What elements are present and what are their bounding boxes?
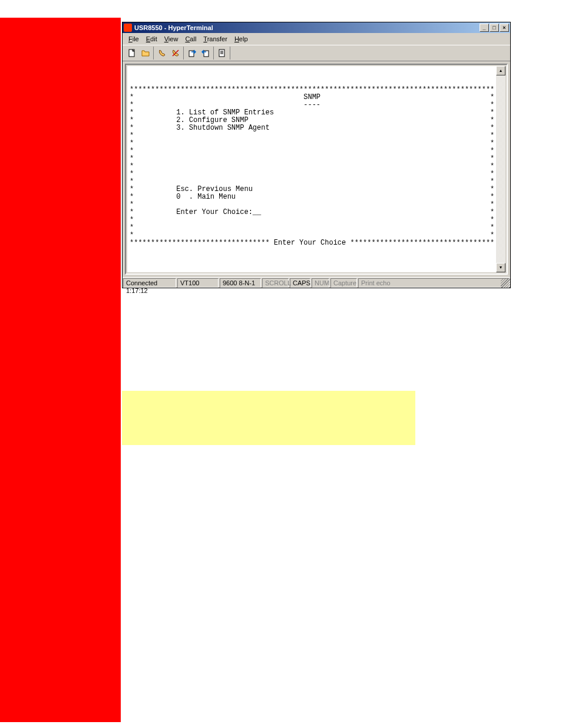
phone-disconnect-icon[interactable] <box>168 47 182 60</box>
scroll-track[interactable] <box>496 75 505 263</box>
status-scroll: SCROLL <box>262 278 289 288</box>
status-num: NUM <box>312 278 329 288</box>
svg-rect-4 <box>219 50 224 57</box>
window-buttons: _ □ × <box>480 24 509 32</box>
menubar: File Edit View Call Transfer Help <box>123 33 510 45</box>
phone-connect-icon[interactable] <box>155 47 168 60</box>
minimize-button[interactable]: _ <box>480 24 489 32</box>
receive-icon[interactable] <box>199 47 212 60</box>
terminal-frame: ****************************************… <box>125 64 508 275</box>
send-icon[interactable] <box>185 47 199 60</box>
menu-view[interactable]: View <box>161 34 182 44</box>
status-connected: Connected 1:17:12 <box>123 278 176 288</box>
scroll-down-button[interactable]: ▾ <box>496 263 505 272</box>
red-sidebar <box>0 18 121 722</box>
status-caps: CAPS <box>290 278 310 288</box>
titlebar[interactable]: USR8550 - HyperTerminal _ □ × <box>123 22 510 33</box>
properties-icon[interactable] <box>215 47 229 60</box>
menu-edit[interactable]: Edit <box>143 34 161 44</box>
open-folder-icon[interactable] <box>138 47 152 60</box>
hyperterminal-window: USR8550 - HyperTerminal _ □ × File Edit … <box>122 22 511 288</box>
status-emulation: VT100 <box>177 278 219 288</box>
statusbar: Connected 1:17:12 VT100 9600 8-N-1 SCROL… <box>123 277 510 288</box>
window-title: USR8550 - HyperTerminal <box>134 24 480 31</box>
toolbar <box>123 45 510 61</box>
close-button[interactable]: × <box>500 24 509 32</box>
terminal-output[interactable]: ****************************************… <box>127 66 496 272</box>
menu-file[interactable]: File <box>125 34 143 44</box>
new-file-icon[interactable] <box>125 47 138 60</box>
menu-help[interactable]: Help <box>231 34 252 44</box>
status-capture: Capture <box>330 278 357 288</box>
yellow-note-box <box>122 391 415 445</box>
scrollbar[interactable]: ▴ ▾ <box>496 66 505 272</box>
resize-grip[interactable] <box>501 278 510 288</box>
status-settings: 9600 8-N-1 <box>220 278 261 288</box>
terminal-wrapper: ****************************************… <box>123 61 510 277</box>
scroll-up-button[interactable]: ▴ <box>496 66 505 75</box>
status-printecho: Print echo <box>358 278 510 288</box>
maximize-button[interactable]: □ <box>490 24 499 32</box>
app-icon <box>124 24 132 32</box>
menu-call[interactable]: Call <box>181 34 200 44</box>
menu-transfer[interactable]: Transfer <box>200 34 231 44</box>
